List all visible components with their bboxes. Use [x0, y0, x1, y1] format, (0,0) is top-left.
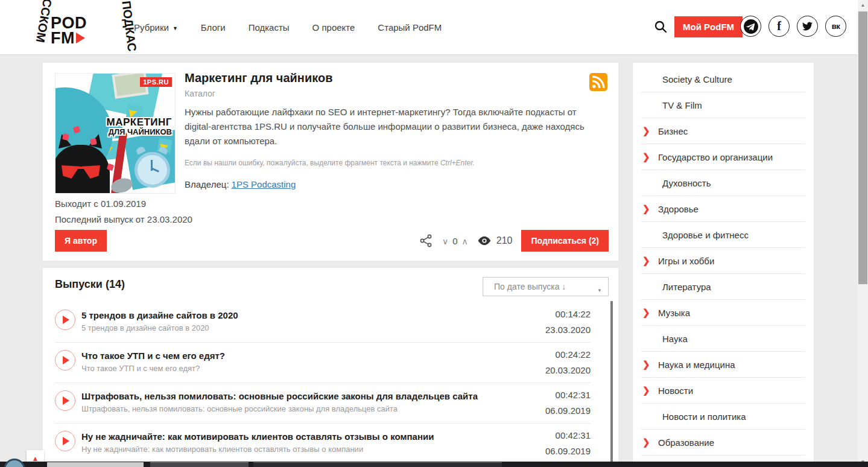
podcast-description: Нужны работающие лайфхаки по SEO и интер…: [185, 105, 604, 148]
episode-duration: 00:42:31: [545, 430, 591, 440]
scrollbar-thumb[interactable]: [858, 11, 867, 284]
nav-item-podkasty[interactable]: Подкасты: [249, 22, 290, 33]
sidebar-item-literatura[interactable]: Литература: [641, 274, 805, 300]
sidebar-item-zdorove[interactable]: Здоровье: [641, 196, 805, 222]
podcast-last-episode: Последний выпуск от 23.03.2020: [55, 214, 192, 224]
episode-title[interactable]: Штрафовать, нельзя помиловать: основные …: [81, 391, 515, 401]
twitter-icon[interactable]: [797, 16, 818, 37]
chevron-right-icon: [642, 359, 650, 370]
share-icon[interactable]: [419, 234, 433, 248]
page: ССКОМ ПОДКАС POD FM Рубрики Блоги Подкас…: [0, 0, 868, 467]
episode-row: Ну не жадничайте: как мотивировать клиен…: [55, 424, 591, 464]
vote-up-icon[interactable]: [462, 236, 468, 246]
views-counter: 210: [477, 235, 513, 246]
podcast-category: Каталог: [185, 89, 215, 98]
episode-title[interactable]: 5 трендов в дизайне сайтов в 2020: [81, 310, 515, 320]
episode-row: 5 трендов в дизайне сайтов в 2020 5 трен…: [55, 302, 591, 343]
site-header: ССКОМ ПОДКАС POD FM Рубрики Блоги Подкас…: [0, 0, 858, 55]
chevron-right-icon: [642, 255, 650, 266]
podfm-logo[interactable]: ССКОМ ПОДКАС POD FM: [36, 0, 112, 55]
sidebar-item-muzyka[interactable]: Музыка: [641, 300, 805, 326]
episodes-list: 5 трендов в дизайне сайтов в 2020 5 трен…: [55, 302, 591, 464]
rss-icon[interactable]: [589, 73, 607, 91]
taskbar-app-icon: [4, 459, 25, 467]
cover-brand-label: 1PS.RU: [140, 77, 172, 87]
chevron-right-icon: [642, 437, 650, 448]
sidebar-item-tv-film[interactable]: TV & Film: [641, 92, 805, 118]
podcast-since: Выходит с 01.09.2019: [55, 199, 146, 209]
sidebar-item-obrazovanie[interactable]: Образование: [641, 430, 805, 456]
episode-date: 23.03.2020: [545, 325, 591, 335]
episode-row: Что такое УТП и с чем его едят? Что тако…: [55, 343, 591, 383]
logo-line2: FM: [51, 31, 75, 46]
vk-icon[interactable]: вк: [825, 16, 846, 37]
vote-control[interactable]: 0: [442, 236, 468, 246]
episode-duration: 00:24:22: [545, 349, 591, 360]
play-button[interactable]: [55, 390, 75, 411]
logo-wordmark: POD FM: [51, 16, 87, 46]
vote-count: 0: [452, 236, 457, 246]
episode-subtitle: Штрафовать, нельзя помиловать: основные …: [81, 404, 515, 413]
telegram-icon[interactable]: [740, 16, 761, 37]
chevron-right-icon: [642, 385, 650, 396]
episodes-scrollbar[interactable]: [610, 301, 613, 466]
nav-item-o-proekte[interactable]: О проекте: [312, 22, 355, 33]
dropdown-caret-icon: [597, 284, 602, 294]
play-button[interactable]: [55, 310, 75, 330]
sidebar-item-novosti[interactable]: Новости: [641, 378, 805, 404]
subscribe-button[interactable]: Подписаться (2): [521, 230, 609, 252]
scrollbar-up-icon[interactable]: ▲: [858, 2, 868, 8]
sidebar-item-society-culture[interactable]: Society & Culture: [641, 66, 805, 92]
sort-dropdown[interactable]: По дате выпуска ↓: [483, 277, 609, 296]
podcast-cover-image: 1PS.RU МАРКЕТИНГ ДЛЯ ЧАЙНИКОВ: [55, 73, 176, 194]
main-nav: Рубрики Блоги Подкасты О проекте Старый …: [134, 0, 442, 55]
episode-title[interactable]: Что такое УТП и с чем его едят?: [81, 351, 515, 361]
chevron-right-icon: [642, 125, 650, 136]
taskbar-segment: [47, 462, 144, 467]
sidebar-item-novosti-politika[interactable]: Новости и политика: [641, 404, 805, 430]
sidebar-item-nauka-medicina[interactable]: Наука и медицина: [641, 352, 805, 378]
nav-item-staryi-podfm[interactable]: Старый PodFM: [378, 22, 442, 33]
owner-link[interactable]: 1PS Podcasting: [232, 179, 296, 189]
episode-date: 06.09.2019: [545, 405, 591, 416]
facebook-icon[interactable]: f: [768, 16, 790, 37]
chevron-right-icon: [642, 151, 650, 162]
chevron-right-icon: [642, 203, 650, 214]
sidebar-item-nauka[interactable]: Наука: [641, 326, 805, 352]
vote-down-icon[interactable]: [442, 236, 448, 246]
taskbar-segment: [150, 462, 249, 467]
taskbar-strip: [0, 462, 868, 467]
eye-icon: [477, 236, 492, 246]
podcast-title: Маркетинг для чайников: [185, 71, 332, 85]
episode-duration: 00:14:22: [545, 309, 591, 319]
social-links: f вк: [740, 16, 846, 37]
episode-row: Штрафовать, нельзя помиловать: основные …: [55, 383, 591, 424]
podcast-actions: 0 210 Подписаться (2): [419, 230, 609, 252]
podcast-info-card: 1PS.RU МАРКЕТИНГ ДЛЯ ЧАЙНИКОВ Маркетинг …: [42, 62, 619, 261]
search-icon[interactable]: [653, 19, 668, 35]
sidebar-item-gosudarstvo[interactable]: Государство и организации: [641, 144, 805, 170]
my-podfm-button[interactable]: Мой PodFM: [674, 16, 743, 37]
episodes-card: Выпуски (14) По дате выпуска ↓ 5 трендов…: [42, 267, 619, 467]
play-button[interactable]: [55, 350, 75, 370]
episode-subtitle: Что такое УТП и с чем его едят?: [81, 364, 515, 373]
episode-duration: 00:42:31: [545, 390, 591, 400]
episodes-heading: Выпуски (14): [55, 278, 125, 291]
sidebar-item-zdorove-fitness[interactable]: Здоровье и фитнесс: [641, 222, 805, 248]
sidebar-item-igry-hobbi[interactable]: Игры и хобби: [641, 248, 805, 274]
cover-title: МАРКЕТИНГ ДЛЯ ЧАЙНИКОВ: [106, 117, 172, 136]
chevron-right-icon: [642, 307, 650, 318]
categories-sidebar: Society & Culture TV & Film Бизнес Госуд…: [632, 62, 814, 462]
podcast-owner: Владелец:1PS Podcasting: [185, 179, 296, 189]
play-button[interactable]: [55, 431, 75, 451]
nav-item-blogi[interactable]: Блоги: [201, 22, 226, 33]
nav-item-rubriki[interactable]: Рубрики: [134, 22, 178, 33]
page-scrollbar[interactable]: ▲ ▼: [858, 0, 868, 467]
sidebar-item-biznes[interactable]: Бизнес: [641, 118, 805, 144]
logo-play-icon: [76, 33, 85, 43]
taskbar-segment: [253, 462, 502, 467]
episode-subtitle: Ну не жадничайте: как мотивировать клиен…: [81, 445, 515, 454]
i-am-author-button[interactable]: Я автор: [55, 230, 107, 252]
episode-title[interactable]: Ну не жадничайте: как мотивировать клиен…: [81, 431, 515, 442]
sidebar-item-duhovnost[interactable]: Духовность: [641, 170, 805, 196]
